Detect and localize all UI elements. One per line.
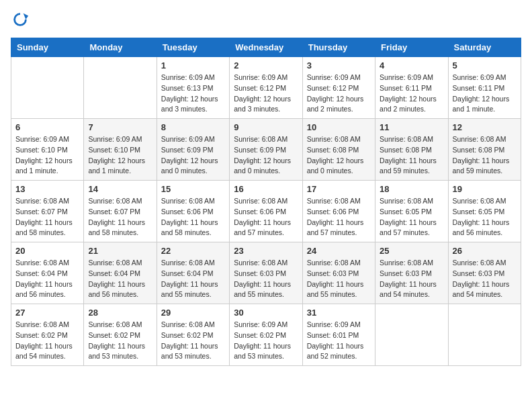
day-info: Sunrise: 6:09 AMSunset: 6:10 PMDaylight:…: [15, 135, 73, 175]
calendar-cell: [84, 57, 157, 119]
calendar-cell: 4 Sunrise: 6:09 AMSunset: 6:11 PMDayligh…: [375, 57, 448, 119]
calendar-cell: 30 Sunrise: 6:09 AMSunset: 6:02 PMDaylig…: [230, 304, 302, 366]
day-info: Sunrise: 6:08 AMSunset: 6:04 PMDaylight:…: [88, 259, 145, 298]
calendar-cell: 22 Sunrise: 6:08 AMSunset: 6:04 PMDaylig…: [157, 242, 229, 304]
calendar-cell: 13 Sunrise: 6:08 AMSunset: 6:07 PMDaylig…: [11, 181, 84, 242]
logo-icon: [11, 11, 30, 30]
day-info: Sunrise: 6:08 AMSunset: 6:08 PMDaylight:…: [380, 135, 437, 175]
day-number: 14: [88, 184, 152, 194]
svg-marker-0: [24, 13, 28, 19]
day-number: 22: [161, 246, 225, 256]
calendar-cell: [11, 57, 84, 119]
calendar-cell: 24 Sunrise: 6:08 AMSunset: 6:03 PMDaylig…: [302, 242, 375, 304]
day-number: 29: [161, 308, 225, 318]
calendar-cell: 17 Sunrise: 6:08 AMSunset: 6:06 PMDaylig…: [302, 181, 375, 242]
day-info: Sunrise: 6:08 AMSunset: 6:07 PMDaylight:…: [88, 197, 145, 236]
calendar-cell: 16 Sunrise: 6:08 AMSunset: 6:06 PMDaylig…: [230, 181, 302, 242]
calendar-cell: [448, 304, 521, 366]
logo: [11, 11, 32, 30]
calendar-cell: 25 Sunrise: 6:08 AMSunset: 6:03 PMDaylig…: [375, 242, 448, 304]
calendar-cell: 29 Sunrise: 6:08 AMSunset: 6:02 PMDaylig…: [157, 304, 229, 366]
day-info: Sunrise: 6:09 AMSunset: 6:13 PMDaylight:…: [161, 73, 218, 113]
day-number: 21: [88, 246, 152, 256]
day-number: 8: [161, 122, 225, 132]
calendar-week-row: 1 Sunrise: 6:09 AMSunset: 6:13 PMDayligh…: [11, 57, 521, 119]
day-info: Sunrise: 6:09 AMSunset: 6:02 PMDaylight:…: [234, 320, 291, 360]
day-number: 3: [307, 60, 371, 71]
day-number: 1: [161, 60, 225, 71]
calendar-cell: 21 Sunrise: 6:08 AMSunset: 6:04 PMDaylig…: [84, 242, 157, 304]
day-number: 23: [234, 246, 298, 256]
calendar-cell: 5 Sunrise: 6:09 AMSunset: 6:11 PMDayligh…: [448, 57, 521, 119]
calendar-cell: 19 Sunrise: 6:08 AMSunset: 6:05 PMDaylig…: [448, 181, 521, 242]
day-number: 13: [15, 184, 79, 194]
calendar-cell: 7 Sunrise: 6:09 AMSunset: 6:10 PMDayligh…: [84, 119, 157, 181]
weekday-header: Friday: [375, 38, 448, 57]
day-info: Sunrise: 6:08 AMSunset: 6:09 PMDaylight:…: [234, 135, 291, 175]
weekday-header: Saturday: [448, 38, 521, 57]
day-info: Sunrise: 6:09 AMSunset: 6:12 PMDaylight:…: [234, 73, 291, 113]
day-number: 20: [15, 246, 79, 256]
calendar-cell: 3 Sunrise: 6:09 AMSunset: 6:12 PMDayligh…: [302, 57, 375, 119]
day-number: 5: [453, 60, 517, 71]
day-number: 10: [307, 122, 371, 132]
calendar-table: SundayMondayTuesdayWednesdayThursdayFrid…: [11, 38, 521, 366]
day-info: Sunrise: 6:08 AMSunset: 6:07 PMDaylight:…: [15, 197, 73, 236]
day-number: 15: [161, 184, 225, 194]
calendar-cell: 26 Sunrise: 6:08 AMSunset: 6:03 PMDaylig…: [448, 242, 521, 304]
day-number: 6: [15, 122, 79, 132]
day-info: Sunrise: 6:08 AMSunset: 6:02 PMDaylight:…: [15, 320, 73, 360]
day-info: Sunrise: 6:08 AMSunset: 6:04 PMDaylight:…: [161, 259, 218, 298]
day-info: Sunrise: 6:08 AMSunset: 6:03 PMDaylight:…: [234, 259, 291, 298]
day-number: 27: [15, 308, 79, 318]
calendar-cell: 9 Sunrise: 6:08 AMSunset: 6:09 PMDayligh…: [230, 119, 302, 181]
day-info: Sunrise: 6:08 AMSunset: 6:05 PMDaylight:…: [380, 197, 437, 236]
day-number: 28: [88, 308, 152, 318]
calendar-cell: 27 Sunrise: 6:08 AMSunset: 6:02 PMDaylig…: [11, 304, 84, 366]
day-number: 16: [234, 184, 298, 194]
day-info: Sunrise: 6:08 AMSunset: 6:03 PMDaylight:…: [307, 259, 364, 298]
day-info: Sunrise: 6:08 AMSunset: 6:06 PMDaylight:…: [161, 197, 218, 236]
weekday-header: Sunday: [11, 38, 84, 57]
day-info: Sunrise: 6:09 AMSunset: 6:12 PMDaylight:…: [307, 73, 364, 113]
weekday-header: Tuesday: [157, 38, 229, 57]
calendar-week-row: 27 Sunrise: 6:08 AMSunset: 6:02 PMDaylig…: [11, 304, 521, 366]
day-number: 19: [453, 184, 517, 194]
page-header: [11, 11, 521, 30]
day-number: 25: [380, 246, 443, 256]
day-number: 18: [380, 184, 443, 194]
calendar-cell: 14 Sunrise: 6:08 AMSunset: 6:07 PMDaylig…: [84, 181, 157, 242]
day-info: Sunrise: 6:08 AMSunset: 6:03 PMDaylight:…: [453, 259, 510, 298]
calendar-cell: 18 Sunrise: 6:08 AMSunset: 6:05 PMDaylig…: [375, 181, 448, 242]
calendar-cell: [375, 304, 448, 366]
day-info: Sunrise: 6:09 AMSunset: 6:11 PMDaylight:…: [380, 73, 437, 113]
calendar-week-row: 6 Sunrise: 6:09 AMSunset: 6:10 PMDayligh…: [11, 119, 521, 181]
calendar-cell: 1 Sunrise: 6:09 AMSunset: 6:13 PMDayligh…: [157, 57, 229, 119]
day-info: Sunrise: 6:08 AMSunset: 6:05 PMDaylight:…: [453, 197, 510, 236]
calendar-cell: 31 Sunrise: 6:09 AMSunset: 6:01 PMDaylig…: [302, 304, 375, 366]
calendar-cell: 12 Sunrise: 6:08 AMSunset: 6:08 PMDaylig…: [448, 119, 521, 181]
calendar-cell: 11 Sunrise: 6:08 AMSunset: 6:08 PMDaylig…: [375, 119, 448, 181]
calendar-cell: 10 Sunrise: 6:08 AMSunset: 6:08 PMDaylig…: [302, 119, 375, 181]
day-info: Sunrise: 6:08 AMSunset: 6:02 PMDaylight:…: [88, 320, 145, 360]
calendar-cell: 15 Sunrise: 6:08 AMSunset: 6:06 PMDaylig…: [157, 181, 229, 242]
day-number: 7: [88, 122, 152, 132]
day-info: Sunrise: 6:08 AMSunset: 6:08 PMDaylight:…: [307, 135, 364, 175]
day-number: 30: [234, 308, 298, 318]
day-info: Sunrise: 6:08 AMSunset: 6:02 PMDaylight:…: [161, 320, 218, 360]
weekday-header: Monday: [84, 38, 157, 57]
day-info: Sunrise: 6:08 AMSunset: 6:08 PMDaylight:…: [453, 135, 510, 175]
weekday-header: Wednesday: [230, 38, 302, 57]
calendar-header-row: SundayMondayTuesdayWednesdayThursdayFrid…: [11, 38, 521, 57]
day-number: 17: [307, 184, 371, 194]
calendar-week-row: 13 Sunrise: 6:08 AMSunset: 6:07 PMDaylig…: [11, 181, 521, 242]
day-info: Sunrise: 6:08 AMSunset: 6:06 PMDaylight:…: [307, 197, 364, 236]
day-info: Sunrise: 6:09 AMSunset: 6:01 PMDaylight:…: [307, 320, 364, 360]
day-number: 12: [453, 122, 517, 132]
weekday-header: Thursday: [302, 38, 375, 57]
calendar-cell: 28 Sunrise: 6:08 AMSunset: 6:02 PMDaylig…: [84, 304, 157, 366]
day-info: Sunrise: 6:08 AMSunset: 6:04 PMDaylight:…: [15, 259, 73, 298]
day-number: 2: [234, 60, 298, 71]
day-number: 4: [380, 60, 443, 71]
day-number: 26: [453, 246, 517, 256]
